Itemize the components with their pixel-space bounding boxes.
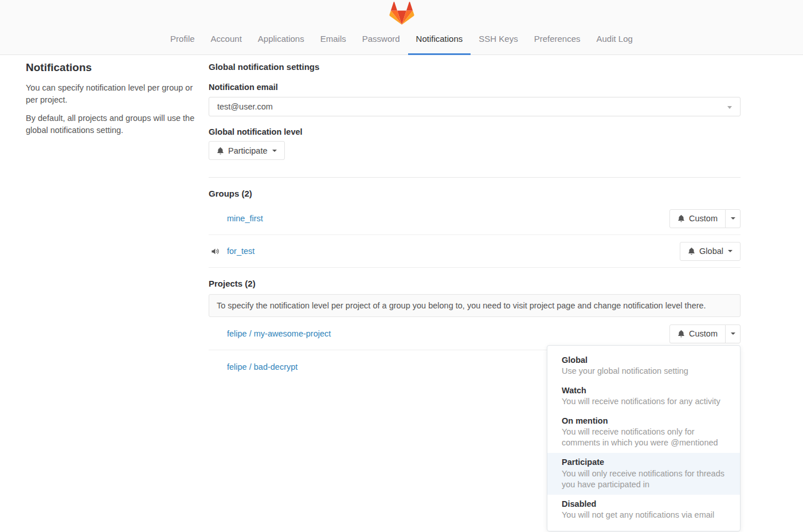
groups-list: mine_first Custom [209, 202, 741, 268]
profile-tabs: Profile Account Applications Emails Pass… [0, 25, 803, 55]
notifications-settings-panel: Global notification settings Notificatio… [209, 55, 741, 383]
dropdown-item-title: Global [562, 355, 726, 366]
project-link-bad-decrypt[interactable]: felipe / bad-decrypt [227, 362, 297, 371]
group-link-for-test[interactable]: for_test [227, 247, 254, 256]
projects-note: To specify the notification level per pr… [209, 294, 741, 317]
dropdown-item-desc: You will receive notifications for any a… [562, 396, 726, 407]
project-level-value: Custom [689, 329, 718, 338]
dropdown-item-title: Disabled [562, 499, 726, 510]
global-level-value: Participate [228, 146, 268, 155]
project-link-my-awesome-project[interactable]: felipe / my-awesome-project [227, 329, 331, 338]
group-level-value: Global [699, 247, 723, 256]
tab-profile[interactable]: Profile [162, 25, 203, 55]
sidebar-description-1: You can specify notification level per g… [26, 82, 195, 106]
bell-icon [677, 330, 685, 338]
bell-icon [688, 247, 695, 255]
project-level-button-custom[interactable]: Custom [669, 324, 726, 343]
projects-list: felipe / my-awesome-project Custom [209, 318, 741, 383]
bell-icon [677, 214, 685, 222]
global-level-button[interactable]: Participate [209, 141, 285, 160]
tab-notifications[interactable]: Notifications [408, 25, 471, 55]
dropdown-item-global[interactable]: Global Use your global notification sett… [547, 351, 740, 381]
group-link-mine-first[interactable]: mine_first [227, 214, 263, 223]
caret-down-icon [728, 250, 733, 252]
tab-ssh-keys[interactable]: SSH Keys [471, 25, 526, 55]
sidebar-description-2: By default, all projects and groups will… [26, 112, 195, 136]
gitlab-logo[interactable] [0, 0, 803, 25]
notifications-sidebar: Notifications You can specify notificati… [26, 61, 195, 143]
select-caret-icon [727, 106, 732, 109]
tab-password[interactable]: Password [354, 25, 408, 55]
projects-title: Projects (2) [209, 279, 741, 288]
group-row-mine-first: mine_first Custom [209, 202, 741, 235]
global-level-label: Global notification level [209, 127, 741, 136]
dropdown-item-desc: Use your global notification setting [562, 366, 726, 377]
dropdown-item-desc: You will receive notifications only for … [562, 427, 726, 448]
notification-email-value: test@user.com [217, 102, 273, 111]
group-row-for-test: for_test Global [209, 235, 741, 268]
dropdown-item-desc: You will only receive notifications for … [562, 468, 726, 490]
dropdown-item-title: Watch [562, 385, 726, 396]
caret-down-icon [731, 217, 735, 220]
dropdown-item-title: On mention [562, 416, 726, 427]
tab-account[interactable]: Account [203, 25, 250, 55]
project-row-my-awesome-project: felipe / my-awesome-project Custom [209, 318, 741, 350]
section-divider [209, 177, 741, 178]
group-level-button-custom[interactable]: Custom [669, 209, 726, 228]
bell-icon [217, 147, 224, 155]
dropdown-item-on-mention[interactable]: On mention You will receive notification… [547, 412, 740, 453]
project-level-caret-button[interactable] [725, 324, 741, 343]
page-title: Notifications [26, 61, 195, 74]
notification-email-select[interactable]: test@user.com [209, 97, 741, 116]
profile-settings-header: Profile Account Applications Emails Pass… [0, 0, 803, 55]
volume-up-icon [209, 247, 227, 256]
dropdown-item-disabled[interactable]: Disabled You will not get any notificati… [547, 495, 740, 525]
tab-preferences[interactable]: Preferences [526, 25, 589, 55]
groups-title: Groups (2) [209, 189, 741, 198]
global-settings-title: Global notification settings [209, 62, 741, 72]
tab-audit-log[interactable]: Audit Log [589, 25, 641, 55]
group-level-value: Custom [689, 214, 718, 223]
dropdown-item-participate[interactable]: Participate You will only receive notifi… [547, 453, 740, 494]
tab-emails[interactable]: Emails [312, 25, 354, 55]
notification-email-label: Notification email [209, 83, 741, 92]
group-level-caret-button[interactable] [725, 209, 741, 228]
dropdown-item-title: Participate [562, 457, 726, 468]
dropdown-item-watch[interactable]: Watch You will receive notifications for… [547, 381, 740, 412]
dropdown-item-desc: You will not get any notifications via e… [562, 510, 726, 521]
caret-down-icon [272, 150, 277, 152]
tab-applications[interactable]: Applications [250, 25, 312, 55]
group-level-button-global[interactable]: Global [680, 242, 741, 261]
caret-down-icon [731, 332, 735, 335]
notification-level-dropdown: Global Use your global notification sett… [547, 345, 741, 532]
